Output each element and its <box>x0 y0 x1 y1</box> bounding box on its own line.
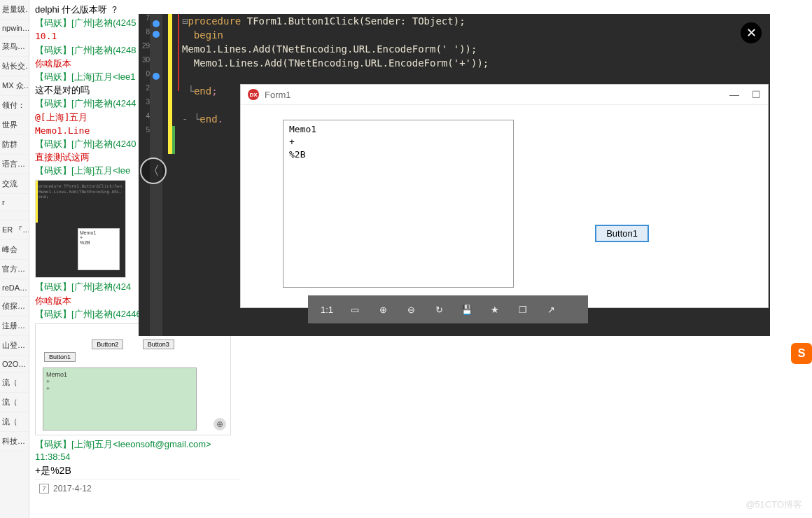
save-icon[interactable]: 💾 <box>461 303 473 316</box>
chat-meta: 【码妖】[上海]五月<leeonsoft@gmail.com> 11:38:54 <box>35 438 241 463</box>
nav-item[interactable]: 官方… <box>0 260 29 279</box>
nav-item[interactable]: O2O… <box>0 356 29 373</box>
prev-image-button[interactable]: 〈 <box>140 158 167 184</box>
nav-item[interactable]: 流（ <box>0 412 29 432</box>
nav-item[interactable]: 站长交… <box>0 57 29 76</box>
nav-item[interactable]: reDA… <box>0 279 29 297</box>
copy-icon[interactable]: ❐ <box>517 303 529 316</box>
nav-item[interactable]: 是量级… <box>0 0 29 20</box>
nav-item[interactable]: 防群 <box>0 135 29 155</box>
change-marker <box>172 126 175 154</box>
nav-item[interactable]: r <box>0 194 29 211</box>
nav-item[interactable]: 科技… <box>0 432 29 451</box>
left-nav: 是量级…npwin…菜鸟…站长交…MX 众…领付：世界防群语言…交流rER 『…… <box>0 0 29 518</box>
breakpoint-icon[interactable] <box>153 20 160 27</box>
date-row: 7 2017-4-12 <box>35 479 241 498</box>
nav-item[interactable]: 峰会 <box>0 240 29 260</box>
minimize-icon[interactable]: — <box>729 89 739 100</box>
favorite-icon[interactable]: ★ <box>489 303 501 316</box>
chat-text: +是%2B <box>35 464 241 478</box>
calendar-icon: 7 <box>39 484 49 493</box>
sogou-ime-icon[interactable]: S <box>791 343 812 364</box>
maximize-icon[interactable]: ☐ <box>752 89 761 100</box>
zoom-in-icon[interactable]: ⊕ <box>377 303 389 316</box>
nav-item[interactable]: 语言… <box>0 155 29 174</box>
nav-item[interactable]: 流（ <box>0 393 29 412</box>
nav-item[interactable]: 流（ <box>0 373 29 393</box>
nav-item[interactable]: 领付： <box>0 96 29 115</box>
watermark: @51CTO博客 <box>746 498 802 511</box>
nav-item[interactable]: npwin… <box>0 20 29 37</box>
nav-item[interactable]: MX 众… <box>0 76 29 96</box>
nav-item[interactable]: 注册… <box>0 316 29 336</box>
form-window[interactable]: DX Form1 — ☐ Memo1 + %2B Button1 <box>240 84 769 308</box>
nav-item[interactable]: 侦探… <box>0 297 29 316</box>
breakpoint-icon[interactable] <box>153 31 160 38</box>
nav-item[interactable]: 交流 <box>0 174 29 194</box>
share-icon[interactable]: ↗ <box>545 303 557 316</box>
chat-image-thumbnail[interactable]: procedure TForm1.Button1Click(SenMemo1.L… <box>35 180 126 278</box>
nav-item[interactable]: 世界 <box>0 115 29 135</box>
window-title: Form1 <box>265 90 291 100</box>
app-icon: DX <box>248 89 259 100</box>
nav-item[interactable]: 菜鸟… <box>0 37 29 57</box>
nav-item[interactable] <box>0 211 29 220</box>
nav-item[interactable]: ER 『… <box>0 220 29 240</box>
close-icon[interactable]: ✕ <box>741 22 762 43</box>
nav-item[interactable]: 山登… <box>0 336 29 356</box>
memo-control[interactable]: Memo1 + %2B <box>283 120 514 288</box>
rotate-icon[interactable]: ↻ <box>433 303 445 316</box>
zoom-icon[interactable]: ⊕ <box>214 418 226 430</box>
zoom-out-icon[interactable]: ⊖ <box>405 303 417 316</box>
chat-image-thumbnail[interactable]: Button2 Button3 Button1 Memo1++ ⊕ <box>35 323 231 435</box>
image-viewer-toolbar: 1:1 ▭ ⊕ ⊖ ↻ 💾 ★ ❐ ↗ <box>308 295 588 323</box>
actual-size-icon[interactable]: ▭ <box>349 303 361 316</box>
breakpoint-icon[interactable] <box>153 73 160 80</box>
indent-guide <box>178 14 179 91</box>
button1[interactable]: Button1 <box>595 225 649 242</box>
title-bar[interactable]: DX Form1 — ☐ <box>241 85 768 105</box>
zoom-ratio: 1:1 <box>321 304 333 315</box>
